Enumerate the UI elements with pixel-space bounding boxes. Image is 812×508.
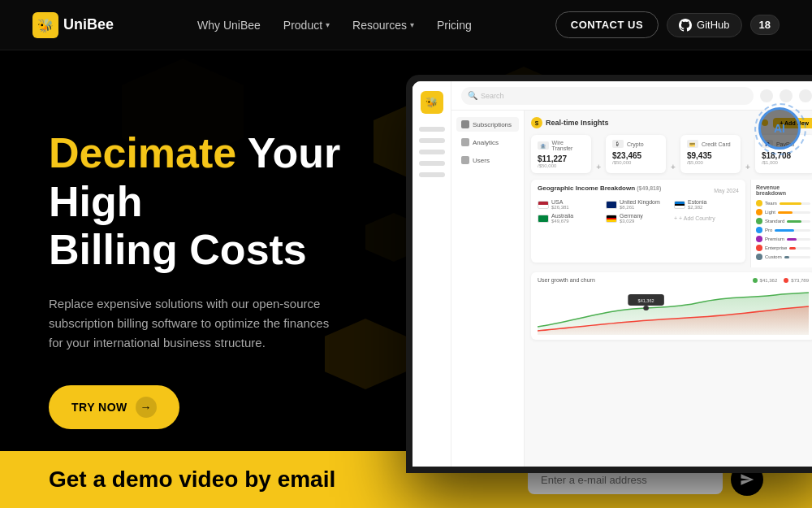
try-now-button[interactable]: TRY NOW → bbox=[49, 385, 179, 429]
team-label: Team bbox=[765, 201, 777, 206]
dash-logo: 🐝 bbox=[421, 91, 443, 114]
dash-sidebar: 🐝 bbox=[412, 81, 451, 467]
github-stars-count: 18 bbox=[750, 15, 780, 35]
logo[interactable]: 🐝 UniBee bbox=[32, 12, 114, 38]
chart-section: User growth and churn $41,362 bbox=[531, 272, 812, 340]
revenue-breakdown: Revenue breakdown Team L bbox=[750, 180, 812, 267]
nav-analytics: Analytics bbox=[456, 135, 519, 150]
germany-label: Germany bbox=[620, 213, 643, 219]
hero-section: Decimate Your HighBilling Costs Replace … bbox=[0, 50, 812, 508]
australia-flag bbox=[538, 215, 549, 223]
user-icon bbox=[799, 89, 812, 102]
wire-transfer-name: Wire Transfer bbox=[552, 140, 585, 151]
uk-flag bbox=[606, 201, 617, 209]
bell-icon bbox=[760, 89, 773, 102]
analytics-icon bbox=[461, 138, 469, 146]
navbar: 🐝 UniBee Why UniBee Product ▾ Resources … bbox=[0, 0, 812, 50]
geo-estonia: Estonia $2,382 bbox=[674, 199, 739, 210]
plus-separator-3: + bbox=[745, 163, 750, 173]
dash-sidebar-line-2 bbox=[419, 138, 445, 143]
nav-subscriptions: Subscriptions bbox=[456, 117, 519, 132]
team-dot bbox=[756, 200, 762, 206]
australia-amount: $49,679 bbox=[551, 219, 573, 224]
crypto-sub: /$50,000 bbox=[612, 160, 659, 165]
geo-title: Geographic Income Breakdown ($49,818) bbox=[538, 185, 661, 192]
send-icon bbox=[740, 472, 754, 487]
nav-link-pricing[interactable]: Pricing bbox=[437, 19, 472, 32]
legend-churn: $73,789 bbox=[784, 277, 809, 283]
premium-dot bbox=[756, 236, 762, 242]
ai-badge: AI bbox=[758, 107, 804, 153]
svg-point-2 bbox=[643, 306, 649, 310]
usa-amount: $26,381 bbox=[551, 205, 569, 210]
custom-label: Custom bbox=[765, 254, 782, 259]
nav-right: CONTACT US GitHub 18 bbox=[555, 11, 780, 38]
screen-inner: 🐝 🔍 Search bbox=[412, 81, 812, 467]
nav-link-resources[interactable]: Resources ▾ bbox=[352, 19, 414, 32]
australia-label: Australia bbox=[551, 213, 573, 219]
geo-section: Geographic Income Breakdown ($49,818) Ma… bbox=[531, 180, 745, 263]
nav-links: Why UniBee Product ▾ Resources ▾ Pricing bbox=[197, 19, 472, 32]
estonia-label: Estonia bbox=[688, 199, 706, 205]
rev-pro: Pro bbox=[756, 227, 810, 233]
logo-text: UniBee bbox=[63, 16, 114, 33]
nav-link-product[interactable]: Product ▾ bbox=[283, 19, 330, 32]
arrow-right-icon: → bbox=[136, 397, 157, 418]
enterprise-label: Enterprise bbox=[765, 245, 787, 250]
revenue-title: Revenue breakdown bbox=[756, 185, 810, 196]
geo-usa: USA $26,381 bbox=[538, 199, 603, 210]
geo-date: May 2024 bbox=[714, 188, 739, 193]
insights-label: Real-time Insights bbox=[546, 119, 609, 127]
crypto-name: Crypto bbox=[627, 141, 644, 147]
estonia-amount: $2,382 bbox=[688, 205, 706, 210]
nav-analytics-label: Analytics bbox=[473, 139, 499, 146]
hero-description: Replace expensive solutions with our ope… bbox=[49, 294, 341, 353]
dash-sidebar-line-5 bbox=[419, 172, 445, 177]
dash-topbar: 🔍 Search bbox=[451, 81, 812, 111]
paypal-sub: /$1,000 bbox=[762, 160, 809, 165]
standard-label: Standard bbox=[765, 219, 784, 224]
nav-users: Users bbox=[456, 153, 519, 167]
wire-amount: $11,227 bbox=[538, 154, 585, 163]
credit-sub: /$5,000 bbox=[687, 160, 734, 165]
rev-light: Light bbox=[756, 209, 810, 215]
plus-separator-2: + bbox=[671, 163, 676, 173]
geo-germany: Germany $3,029 bbox=[606, 213, 671, 224]
insights-title-row: $ Real-time Insights bbox=[531, 117, 609, 128]
dashboard-mockup: 🐝 🔍 Search bbox=[406, 75, 812, 473]
chevron-down-icon: ▾ bbox=[410, 20, 414, 29]
svg-text:$41,362: $41,362 bbox=[638, 298, 654, 303]
uk-amount: $8,261 bbox=[620, 205, 660, 210]
nav-users-label: Users bbox=[473, 157, 490, 164]
rev-premium: Premium bbox=[756, 236, 810, 242]
dash-search: 🔍 Search bbox=[461, 87, 754, 105]
github-icon bbox=[679, 19, 692, 32]
standard-dot bbox=[756, 218, 762, 224]
legend-growth: $41,362 bbox=[753, 277, 778, 283]
nav-link-why[interactable]: Why UniBee bbox=[197, 19, 261, 32]
wire-sub: /$50,000 bbox=[538, 163, 585, 168]
enterprise-dot bbox=[756, 245, 762, 251]
rev-standard: Standard bbox=[756, 218, 810, 224]
rev-enterprise: Enterprise bbox=[756, 245, 810, 251]
crypto-amount: $23,465 bbox=[612, 151, 659, 160]
red-dot bbox=[784, 278, 788, 283]
github-button[interactable]: GitHub bbox=[667, 13, 741, 37]
dash-sidebar-line-4 bbox=[419, 161, 445, 166]
search-icon: 🔍 bbox=[468, 91, 477, 100]
custom-dot bbox=[756, 254, 762, 260]
us-flag bbox=[538, 201, 549, 209]
geo-add-country[interactable]: + + Add Country bbox=[674, 213, 739, 224]
hero-title: Decimate Your HighBilling Costs bbox=[49, 129, 341, 275]
pro-dot bbox=[756, 227, 762, 233]
bottom-title: Get a demo video by email bbox=[49, 467, 335, 493]
dash-content: Subscriptions Analytics Users bbox=[451, 111, 812, 467]
pro-label: Pro bbox=[765, 228, 772, 232]
premium-label: Premium bbox=[765, 237, 784, 241]
dash-sidebar-line-3 bbox=[419, 150, 445, 154]
estonia-flag bbox=[674, 201, 685, 209]
chart-svg: $41,362 bbox=[538, 286, 809, 335]
contact-button[interactable]: CONTACT US bbox=[555, 11, 659, 38]
laptop-screen: 🐝 🔍 Search bbox=[412, 81, 812, 467]
laptop-frame: 🐝 🔍 Search bbox=[406, 75, 812, 473]
